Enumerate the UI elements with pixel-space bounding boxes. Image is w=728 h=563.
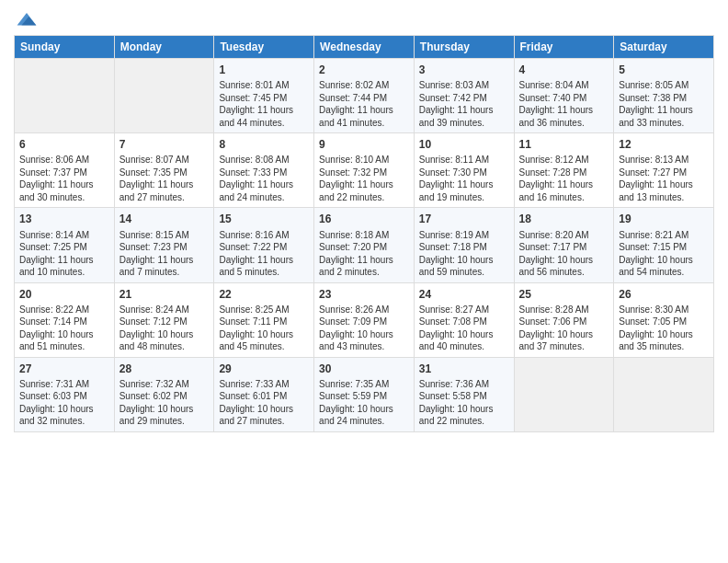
calendar-cell: 7Sunrise: 8:07 AMSunset: 7:35 PMDaylight… xyxy=(114,133,214,208)
day-info: Sunrise: 8:13 AM xyxy=(619,154,709,167)
calendar-cell: 3Sunrise: 8:03 AMSunset: 7:42 PMDaylight… xyxy=(414,59,514,133)
day-info: Daylight: 10 hours and 48 minutes. xyxy=(119,328,210,353)
day-info: Sunset: 7:45 PM xyxy=(219,92,309,105)
logo-icon xyxy=(16,9,38,31)
day-info: Daylight: 10 hours and 35 minutes. xyxy=(619,328,709,353)
day-info: Daylight: 10 hours and 32 minutes. xyxy=(19,403,109,428)
day-info: Sunrise: 8:01 AM xyxy=(219,79,309,92)
calendar-cell: 28Sunrise: 7:32 AMSunset: 6:02 PMDayligh… xyxy=(114,357,214,431)
day-info: Sunset: 7:05 PM xyxy=(619,316,709,328)
day-info: Sunrise: 8:25 AM xyxy=(219,304,309,316)
day-info: Sunrise: 8:06 AM xyxy=(19,154,109,167)
day-info: Sunset: 5:59 PM xyxy=(319,390,409,403)
weekday-header-thursday: Thursday xyxy=(414,36,514,59)
calendar-cell xyxy=(114,59,214,133)
weekday-header-saturday: Saturday xyxy=(614,36,714,59)
day-info: Daylight: 11 hours and 10 minutes. xyxy=(19,254,109,279)
calendar-cell: 29Sunrise: 7:33 AMSunset: 6:01 PMDayligh… xyxy=(214,357,314,431)
day-info: Sunset: 6:01 PM xyxy=(219,390,309,403)
weekday-header-row: SundayMondayTuesdayWednesdayThursdayFrid… xyxy=(15,36,714,59)
calendar-cell: 20Sunrise: 8:22 AMSunset: 7:14 PMDayligh… xyxy=(15,282,115,357)
day-info: Sunset: 5:58 PM xyxy=(419,390,509,403)
day-info: Daylight: 10 hours and 29 minutes. xyxy=(119,403,210,428)
day-info: Daylight: 10 hours and 22 minutes. xyxy=(419,403,509,428)
calendar-cell: 9Sunrise: 8:10 AMSunset: 7:32 PMDaylight… xyxy=(314,133,415,208)
calendar-cell: 30Sunrise: 7:35 AMSunset: 5:59 PMDayligh… xyxy=(314,357,415,431)
day-info: Daylight: 10 hours and 45 minutes. xyxy=(219,328,309,353)
day-info: Sunset: 7:28 PM xyxy=(519,167,609,179)
day-info: Sunrise: 7:32 AM xyxy=(119,378,210,391)
calendar-cell: 2Sunrise: 8:02 AMSunset: 7:44 PMDaylight… xyxy=(314,59,415,133)
day-info: Daylight: 10 hours and 27 minutes. xyxy=(219,403,309,428)
day-info: Sunset: 7:09 PM xyxy=(319,316,409,328)
day-number: 25 xyxy=(519,287,609,302)
day-info: Sunset: 7:25 PM xyxy=(19,241,109,254)
calendar-week-5: 27Sunrise: 7:31 AMSunset: 6:03 PMDayligh… xyxy=(15,357,714,431)
calendar-cell: 23Sunrise: 8:26 AMSunset: 7:09 PMDayligh… xyxy=(314,282,415,357)
day-info: Sunset: 7:40 PM xyxy=(519,92,609,105)
day-number: 1 xyxy=(219,63,309,77)
day-info: Sunrise: 8:19 AM xyxy=(419,229,509,242)
day-info: Sunrise: 8:11 AM xyxy=(419,154,509,167)
calendar-cell: 14Sunrise: 8:15 AMSunset: 7:23 PMDayligh… xyxy=(114,208,214,282)
day-number: 26 xyxy=(619,287,709,302)
day-info: Daylight: 10 hours and 56 minutes. xyxy=(519,254,609,279)
calendar-cell: 19Sunrise: 8:21 AMSunset: 7:15 PMDayligh… xyxy=(614,208,714,282)
calendar-cell: 10Sunrise: 8:11 AMSunset: 7:30 PMDayligh… xyxy=(414,133,514,208)
day-number: 5 xyxy=(619,63,709,77)
day-info: Daylight: 11 hours and 7 minutes. xyxy=(119,254,210,279)
day-number: 20 xyxy=(19,287,109,302)
day-info: Daylight: 11 hours and 19 minutes. xyxy=(419,178,509,203)
day-number: 13 xyxy=(19,212,109,226)
day-number: 18 xyxy=(519,212,609,226)
calendar-cell: 25Sunrise: 8:28 AMSunset: 7:06 PMDayligh… xyxy=(514,282,614,357)
calendar-cell: 15Sunrise: 8:16 AMSunset: 7:22 PMDayligh… xyxy=(214,208,314,282)
day-info: Daylight: 11 hours and 33 minutes. xyxy=(619,104,709,129)
calendar-cell: 5Sunrise: 8:05 AMSunset: 7:38 PMDaylight… xyxy=(614,59,714,133)
day-info: Sunrise: 8:04 AM xyxy=(519,79,609,92)
page-container: SundayMondayTuesdayWednesdayThursdayFrid… xyxy=(0,0,728,442)
day-number: 19 xyxy=(619,212,709,226)
calendar-cell: 21Sunrise: 8:24 AMSunset: 7:12 PMDayligh… xyxy=(114,282,214,357)
day-info: Daylight: 11 hours and 41 minutes. xyxy=(319,104,409,129)
day-info: Daylight: 10 hours and 37 minutes. xyxy=(519,328,609,353)
day-info: Daylight: 10 hours and 43 minutes. xyxy=(319,328,409,353)
calendar-cell: 12Sunrise: 8:13 AMSunset: 7:27 PMDayligh… xyxy=(614,133,714,208)
day-info: Sunset: 7:30 PM xyxy=(419,167,509,179)
day-info: Sunset: 6:02 PM xyxy=(119,390,210,403)
day-info: Daylight: 10 hours and 51 minutes. xyxy=(19,328,109,353)
day-info: Sunset: 7:11 PM xyxy=(219,316,309,328)
calendar-cell: 8Sunrise: 8:08 AMSunset: 7:33 PMDaylight… xyxy=(214,133,314,208)
day-info: Daylight: 10 hours and 54 minutes. xyxy=(619,254,709,279)
day-info: Sunset: 7:37 PM xyxy=(19,167,109,179)
day-info: Daylight: 11 hours and 22 minutes. xyxy=(319,178,409,203)
weekday-header-friday: Friday xyxy=(514,36,614,59)
calendar-week-4: 20Sunrise: 8:22 AMSunset: 7:14 PMDayligh… xyxy=(15,282,714,357)
day-number: 11 xyxy=(519,137,609,152)
day-info: Daylight: 11 hours and 30 minutes. xyxy=(19,178,109,203)
day-number: 10 xyxy=(419,137,509,152)
day-number: 31 xyxy=(419,362,509,376)
day-number: 14 xyxy=(119,212,210,226)
day-info: Daylight: 11 hours and 13 minutes. xyxy=(619,178,709,203)
day-info: Sunrise: 8:26 AM xyxy=(319,304,409,316)
day-number: 6 xyxy=(19,137,109,152)
day-info: Sunset: 7:27 PM xyxy=(619,167,709,179)
day-info: Daylight: 11 hours and 16 minutes. xyxy=(519,178,609,203)
day-info: Sunrise: 8:16 AM xyxy=(219,229,309,242)
day-number: 4 xyxy=(519,63,609,77)
calendar-cell: 4Sunrise: 8:04 AMSunset: 7:40 PMDaylight… xyxy=(514,59,614,133)
day-info: Sunset: 7:15 PM xyxy=(619,241,709,254)
day-info: Sunset: 7:17 PM xyxy=(519,241,609,254)
day-number: 2 xyxy=(319,63,409,77)
calendar-cell xyxy=(614,357,714,431)
day-number: 22 xyxy=(219,287,309,302)
calendar-cell: 13Sunrise: 8:14 AMSunset: 7:25 PMDayligh… xyxy=(15,208,115,282)
day-info: Sunrise: 8:14 AM xyxy=(19,229,109,242)
day-info: Sunset: 7:08 PM xyxy=(419,316,509,328)
calendar-cell: 11Sunrise: 8:12 AMSunset: 7:28 PMDayligh… xyxy=(514,133,614,208)
day-info: Sunrise: 7:33 AM xyxy=(219,378,309,391)
calendar-cell: 27Sunrise: 7:31 AMSunset: 6:03 PMDayligh… xyxy=(15,357,115,431)
day-info: Daylight: 10 hours and 24 minutes. xyxy=(319,403,409,428)
weekday-header-wednesday: Wednesday xyxy=(314,36,415,59)
